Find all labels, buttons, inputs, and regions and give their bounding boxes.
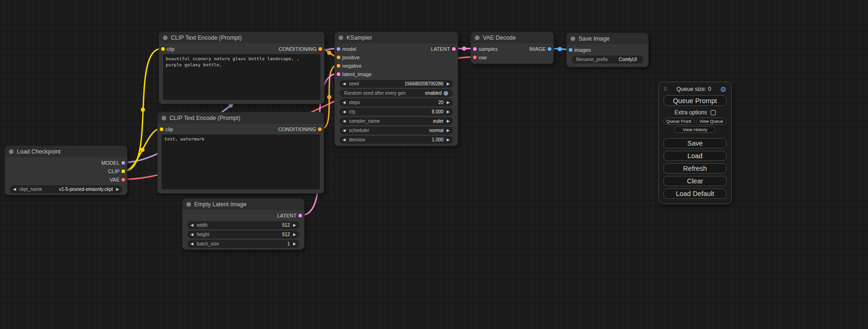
graph-canvas[interactable]: Load Checkpoint MODEL CLIP VAE ◀ ckpt_na…	[0, 0, 868, 329]
output-label-latent: LATENT	[431, 45, 450, 53]
queue-actions-row: Queue Front View Queue	[663, 118, 727, 125]
next-value-arrow-icon[interactable]: ▶	[116, 185, 119, 193]
input-port-images[interactable]	[569, 48, 572, 52]
output-label-model: MODEL	[101, 159, 120, 167]
extra-options-checkbox[interactable]	[711, 110, 716, 115]
prev-value-arrow-icon[interactable]: ◀	[343, 98, 346, 106]
widget-steps[interactable]: ◀ steps 20 ▶	[339, 98, 453, 106]
widget-batch-size[interactable]: ◀ batch_size 1 ▶	[187, 240, 299, 248]
output-port-clip[interactable]	[121, 169, 125, 173]
collapse-toggle-icon[interactable]	[186, 202, 191, 207]
save-button[interactable]: Save	[663, 138, 727, 148]
node-header[interactable]: CLIP Text Encode (Prompt)	[159, 32, 324, 43]
settings-gear-icon[interactable]: ⚙	[720, 86, 727, 93]
node-header[interactable]: Load Checkpoint	[5, 146, 127, 157]
output-port-image[interactable]	[548, 47, 551, 51]
input-port-samples[interactable]	[473, 47, 477, 51]
load-default-button[interactable]: Load Default	[663, 189, 727, 199]
link-midpoint-dot	[558, 47, 562, 51]
widget-denoise[interactable]: ◀ denoise 1.000 ▶	[339, 136, 453, 144]
output-port-model[interactable]	[121, 161, 125, 165]
queue-prompt-button[interactable]: Queue Prompt	[663, 95, 727, 106]
next-value-arrow-icon[interactable]: ▶	[293, 240, 296, 248]
queue-front-button[interactable]: Queue Front	[663, 118, 694, 125]
widget-value: enabled	[425, 91, 442, 96]
view-history-button[interactable]: View History	[674, 126, 716, 133]
widget-value: 1.000	[432, 137, 444, 142]
clear-button[interactable]: Clear	[663, 176, 727, 186]
widget-ckpt-name[interactable]: ◀ ckpt_name v1-5-pruned-emaonly.ckpt ▶	[10, 185, 122, 193]
prev-value-arrow-icon[interactable]: ◀	[343, 117, 346, 125]
widget-scheduler[interactable]: ◀ scheduler normal ▶	[339, 126, 453, 134]
node-clip-text-encode-negative[interactable]: CLIP Text Encode (Prompt) clip CONDITION…	[157, 112, 324, 194]
input-port-positive[interactable]	[337, 56, 340, 59]
node-vae-decode[interactable]: VAE Decode samples IMAGE vae	[471, 32, 554, 64]
widget-name: scheduler	[349, 128, 369, 133]
widget-random-seed-toggle[interactable]: Random seed after every gen enabled	[339, 89, 453, 97]
prev-value-arrow-icon[interactable]: ◀	[13, 185, 16, 193]
toggle-knob-icon[interactable]	[444, 91, 448, 96]
output-port-latent[interactable]	[298, 214, 302, 217]
output-label-image: IMAGE	[529, 45, 546, 53]
node-save-image[interactable]: Save Image images filename_prefix ComfyU…	[566, 33, 649, 67]
refresh-button[interactable]: Refresh	[663, 163, 727, 174]
node-header[interactable]: CLIP Text Encode (Prompt)	[158, 112, 324, 124]
widget-value: 8.000	[432, 109, 444, 114]
node-clip-text-encode-positive[interactable]: CLIP Text Encode (Prompt) clip CONDITION…	[159, 32, 325, 104]
widget-value: ComfyUI	[619, 57, 637, 62]
view-queue-button[interactable]: View Queue	[696, 118, 727, 125]
next-value-arrow-icon[interactable]: ▶	[293, 231, 296, 238]
prev-value-arrow-icon[interactable]: ◀	[343, 80, 346, 88]
load-button[interactable]: Load	[663, 151, 727, 161]
collapse-toggle-icon[interactable]	[571, 36, 575, 41]
widget-height[interactable]: ◀ height 512 ▶	[187, 231, 299, 238]
node-ksampler[interactable]: KSampler model LATENT positive negative …	[334, 32, 458, 146]
widget-seed[interactable]: ◀ seed 156680208700286 ▶	[339, 80, 453, 88]
output-port-vae[interactable]	[121, 178, 125, 182]
widget-cfg[interactable]: ◀ cfg 8.000 ▶	[339, 108, 453, 116]
prompt-text-area[interactable]: text, watermark	[162, 134, 320, 189]
widget-name: denoise	[349, 137, 365, 142]
node-body: samples IMAGE vae	[471, 43, 553, 64]
next-value-arrow-icon[interactable]: ▶	[447, 117, 450, 125]
collapse-toggle-icon[interactable]	[475, 35, 480, 40]
input-port-negative[interactable]	[337, 64, 340, 68]
next-value-arrow-icon[interactable]: ▶	[447, 126, 450, 134]
node-empty-latent-image[interactable]: Empty Latent Image LATENT ◀ width 512 ▶ …	[182, 198, 304, 250]
next-value-arrow-icon[interactable]: ▶	[447, 98, 450, 106]
input-port-clip[interactable]	[161, 47, 165, 51]
input-label-positive: positive	[342, 53, 360, 62]
output-port-conditioning[interactable]	[318, 47, 322, 51]
next-value-arrow-icon[interactable]: ▶	[447, 108, 450, 116]
collapse-toggle-icon[interactable]	[339, 35, 343, 40]
prompt-text-area[interactable]: beautiful scenery nature glass bottle la…	[163, 54, 320, 100]
widget-width[interactable]: ◀ width 512 ▶	[187, 221, 299, 229]
input-port-latent-image[interactable]	[337, 72, 340, 76]
node-header[interactable]: VAE Decode	[471, 32, 553, 43]
prev-value-arrow-icon[interactable]: ◀	[191, 231, 193, 238]
node-header[interactable]: Empty Latent Image	[183, 199, 304, 210]
widget-filename-prefix[interactable]: filename_prefix ComfyUI	[572, 56, 643, 63]
prev-value-arrow-icon[interactable]: ◀	[343, 108, 346, 116]
input-port-vae[interactable]	[473, 56, 477, 59]
collapse-toggle-icon[interactable]	[9, 149, 14, 154]
node-load-checkpoint[interactable]: Load Checkpoint MODEL CLIP VAE ◀ ckpt_na…	[5, 146, 127, 195]
widget-sampler-name[interactable]: ◀ sampler_name euler ▶	[339, 117, 453, 125]
input-port-model[interactable]	[337, 47, 340, 51]
drag-handle-icon[interactable]: ⠿	[663, 87, 667, 92]
collapse-toggle-icon[interactable]	[163, 35, 168, 40]
next-value-arrow-icon[interactable]: ▶	[447, 80, 450, 88]
next-value-arrow-icon[interactable]: ▶	[293, 221, 296, 229]
node-header[interactable]: KSampler	[335, 32, 458, 43]
prev-value-arrow-icon[interactable]: ◀	[191, 221, 193, 229]
prev-value-arrow-icon[interactable]: ◀	[191, 240, 193, 248]
next-value-arrow-icon[interactable]: ▶	[447, 136, 450, 144]
node-header[interactable]: Save Image	[567, 33, 648, 44]
output-port-latent[interactable]	[452, 47, 456, 51]
prev-value-arrow-icon[interactable]: ◀	[343, 126, 346, 134]
slot-row: images	[567, 46, 648, 54]
collapse-toggle-icon[interactable]	[162, 116, 166, 120]
prev-value-arrow-icon[interactable]: ◀	[343, 136, 346, 144]
input-port-clip[interactable]	[160, 127, 163, 131]
output-port-conditioning[interactable]	[318, 127, 322, 131]
